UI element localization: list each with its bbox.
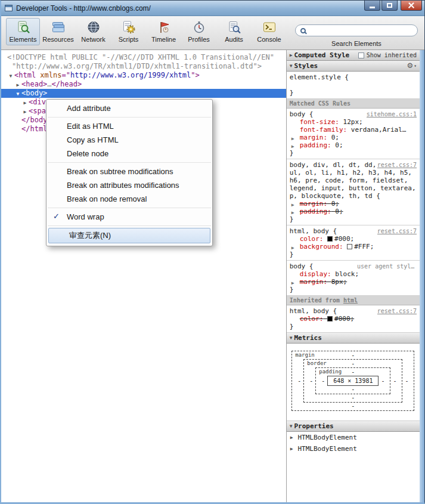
close-button[interactable] bbox=[401, 1, 422, 11]
content-size[interactable]: 648 × 13981 bbox=[327, 376, 379, 386]
css-property[interactable]: font-family: verdana,Arial… bbox=[290, 126, 417, 134]
properties-item[interactable]: ▶HTMLBodyElement bbox=[287, 432, 420, 443]
border-left-value[interactable]: - bbox=[307, 378, 315, 384]
border-box[interactable]: border - - padding - - 648 × 13981 bbox=[303, 359, 402, 403]
tab-elements[interactable]: Elements bbox=[6, 18, 40, 45]
show-inherited-checkbox[interactable] bbox=[358, 52, 364, 58]
collapsed-arrow-icon[interactable]: ▶ bbox=[24, 100, 27, 106]
expanded-arrow-icon: ▼ bbox=[290, 62, 293, 70]
css-property-overridden[interactable]: ▶margin: 8px; bbox=[290, 278, 417, 286]
menu-item-break-attributes[interactable]: Break on attributes modifications bbox=[46, 178, 212, 192]
tab-console[interactable]: Console bbox=[252, 18, 286, 45]
border-bottom-value[interactable]: - bbox=[307, 394, 399, 401]
tree-node-body-selected[interactable]: ▼<body> bbox=[1, 89, 286, 98]
scripts-icon bbox=[121, 20, 137, 35]
search-input[interactable] bbox=[309, 26, 412, 35]
padding-left-value[interactable]: - bbox=[319, 378, 327, 384]
tab-profiles[interactable]: Profiles bbox=[182, 18, 216, 45]
css-file-link[interactable]: reset.css:7 bbox=[377, 161, 417, 169]
margin-bottom-value[interactable]: - bbox=[295, 403, 411, 410]
margin-left-value[interactable]: - bbox=[295, 378, 303, 384]
maximize-button[interactable] bbox=[381, 1, 398, 11]
margin-right-value[interactable]: - bbox=[402, 378, 411, 384]
expanded-arrow-icon: ▼ bbox=[290, 422, 293, 430]
user-agent-label: user agent styleshe… bbox=[357, 262, 417, 270]
gear-icon[interactable]: ⚙ bbox=[407, 62, 413, 70]
margin-box[interactable]: margin - - border - - padding - bbox=[291, 351, 414, 411]
resources-icon bbox=[51, 20, 66, 35]
doctype-line[interactable]: <!DOCTYPE html PUBLIC "-//W3C//DTD XHTML… bbox=[1, 53, 286, 62]
network-icon bbox=[86, 20, 101, 35]
css-property-overridden[interactable]: color: #000; bbox=[290, 315, 417, 323]
devtools-window: Developer Tools - http://www.cnblogs.com… bbox=[0, 0, 425, 504]
menu-item-word-wrap[interactable]: ✓Word wrap bbox=[46, 210, 212, 224]
console-icon bbox=[262, 20, 277, 35]
menu-item-break-subtree[interactable]: Break on subtree modifications bbox=[46, 165, 212, 178]
padding-right-value[interactable]: - bbox=[379, 378, 387, 384]
menu-separator bbox=[48, 117, 211, 118]
menu-item-copy-as-html[interactable]: Copy as HTML bbox=[46, 133, 212, 147]
collapsed-arrow-icon[interactable]: ▶ bbox=[17, 82, 20, 88]
tab-scripts[interactable]: Scripts bbox=[111, 18, 145, 45]
collapsed-arrow-icon[interactable]: ▶ bbox=[291, 209, 294, 217]
timeline-icon bbox=[156, 20, 172, 35]
properties-item[interactable]: ▶HTMLBodyElement bbox=[287, 443, 420, 454]
padding-box[interactable]: padding - - 648 × 13981 - - bbox=[315, 367, 390, 394]
window-title: Developer Tools - http://www.cnblogs.com… bbox=[16, 4, 363, 13]
menu-item-add-attribute[interactable]: Add attribute bbox=[46, 101, 212, 115]
collapsed-arrow-icon[interactable]: ▶ bbox=[24, 109, 27, 115]
properties-title: Properties bbox=[294, 422, 333, 430]
css-property-overridden[interactable]: ▶padding: 0; bbox=[290, 208, 417, 215]
collapsed-arrow-icon[interactable]: ▶ bbox=[291, 279, 294, 287]
tree-node-html[interactable]: ▼<html xmlns="http://www.w3.org/1999/xht… bbox=[1, 71, 286, 80]
menu-item-break-node-removal[interactable]: Break on node removal bbox=[46, 192, 212, 206]
padding-bottom-value[interactable]: - bbox=[319, 386, 387, 393]
tab-audits[interactable]: Audits bbox=[217, 18, 251, 45]
css-property-overridden[interactable]: ▶margin: 0; bbox=[290, 200, 417, 208]
metrics-diagram: margin - - border - - padding - bbox=[287, 344, 420, 421]
show-inherited-label: Show inherited bbox=[367, 51, 417, 59]
computed-style-title: Computed Style bbox=[294, 51, 349, 59]
collapsed-arrow-icon[interactable]: ▶ bbox=[291, 244, 294, 252]
minimize-button[interactable] bbox=[364, 1, 380, 11]
tab-network[interactable]: Network bbox=[76, 18, 110, 45]
panel-tabs: Elements Resources Network Scripts Timel… bbox=[6, 18, 286, 45]
tree-node-head[interactable]: ▶<head>…</head> bbox=[1, 80, 286, 89]
expanded-arrow-icon: ▼ bbox=[290, 334, 293, 342]
expanded-arrow-icon[interactable]: ▼ bbox=[17, 91, 20, 97]
scrollbar[interactable] bbox=[420, 50, 424, 502]
tab-label: Profiles bbox=[188, 36, 210, 43]
menu-item-delete-node[interactable]: Delete node bbox=[46, 147, 212, 160]
menu-item-inspect-element[interactable]: 审查元素(N) bbox=[48, 228, 210, 243]
css-file-link[interactable]: reset.css:7 bbox=[377, 227, 417, 235]
section-properties[interactable]: ▼ Properties bbox=[287, 421, 420, 432]
doctype-line[interactable]: "http://www.w3.org/TR/xhtml1/DTD/xhtml1-… bbox=[1, 62, 286, 71]
css-property[interactable]: ▶margin: 0; bbox=[290, 134, 417, 141]
css-property[interactable]: font-size: 12px; bbox=[290, 118, 417, 126]
tab-timeline[interactable]: Timeline bbox=[147, 18, 181, 45]
section-computed-style[interactable]: ▶ Computed Style Show inherited bbox=[287, 50, 420, 61]
collapsed-arrow-icon[interactable]: ▶ bbox=[291, 143, 294, 150]
css-file-link[interactable]: reset.css:7 bbox=[377, 307, 417, 315]
css-rule: reset.css:7 body, div, dl, dt, dd, ul, o… bbox=[287, 159, 420, 225]
color-swatch bbox=[327, 316, 333, 321]
section-metrics[interactable]: ▼ Metrics bbox=[287, 333, 420, 344]
border-right-value[interactable]: - bbox=[390, 378, 399, 384]
collapsed-arrow-icon: ▶ bbox=[290, 445, 293, 453]
collapsed-arrow-icon: ▶ bbox=[290, 434, 293, 441]
tab-label: Scripts bbox=[119, 36, 139, 43]
css-property[interactable]: ▶padding: 0; bbox=[290, 141, 417, 149]
css-file-link[interactable]: sitehome.css:1 bbox=[367, 110, 417, 118]
css-property[interactable]: color: #000; bbox=[290, 235, 417, 243]
css-property[interactable]: ▶background: #FFF; bbox=[290, 243, 417, 251]
section-styles[interactable]: ▼ Styles ⚙ ▾ bbox=[287, 61, 420, 72]
tab-label: Audits bbox=[225, 36, 243, 43]
metrics-title: Metrics bbox=[294, 334, 321, 342]
menu-separator bbox=[48, 208, 211, 208]
elements-icon bbox=[15, 20, 31, 35]
expanded-arrow-icon[interactable]: ▼ bbox=[10, 73, 13, 79]
menu-item-edit-as-html[interactable]: Edit as HTML bbox=[46, 119, 212, 133]
inherited-node-link[interactable]: html bbox=[343, 297, 358, 304]
tab-resources[interactable]: Resources bbox=[41, 18, 75, 45]
css-property[interactable]: display: block; bbox=[290, 270, 417, 278]
